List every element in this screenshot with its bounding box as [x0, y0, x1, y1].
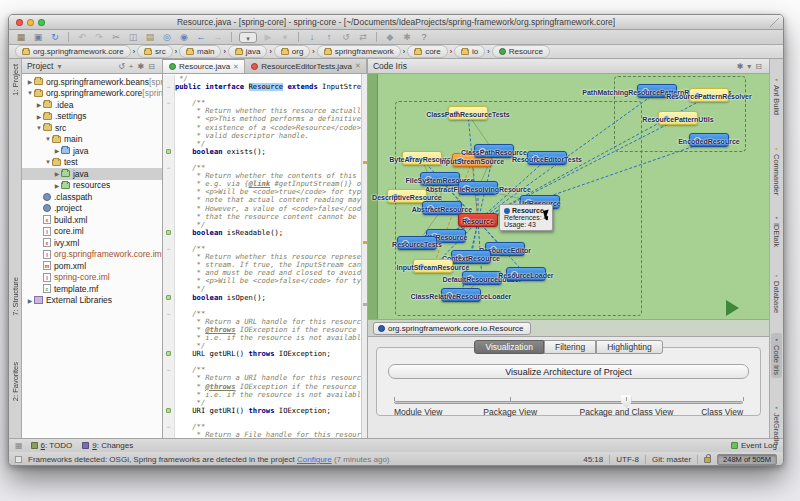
- file-encoding[interactable]: UTF-8: [616, 455, 639, 464]
- tree-item--idea[interactable]: ▶.idea: [22, 99, 162, 111]
- toolwindow-tab-code-iris[interactable]: ▪Code Iris: [771, 333, 782, 378]
- tree-item--settings[interactable]: ▶.settings: [22, 111, 162, 123]
- tab-filtering[interactable]: Filtering: [544, 340, 596, 354]
- open-icon[interactable]: ▦: [15, 32, 27, 43]
- vcs-branch-widget[interactable]: Git: master: [652, 455, 691, 464]
- tree-item-org-springframework-beans-spring-framework-[interactable]: ▶org.springframework.beans [spring-frame…: [22, 76, 162, 88]
- copy-icon[interactable]: ◫: [127, 32, 139, 43]
- graph-node-ResourceEditor[interactable]: ResourceEditor: [485, 242, 525, 256]
- stripe-mark-warning[interactable]: [363, 241, 367, 244]
- toolwindow-tab-9-changes[interactable]: 9: Changes: [82, 441, 133, 450]
- toolwindow-tab-structure[interactable]: 7: Structure: [10, 274, 21, 319]
- code-iris-header-icon[interactable]: ▾: [747, 62, 751, 71]
- graph-node-FileSystemResource[interactable]: FileSystemResource: [420, 172, 460, 186]
- tree-expand-arrow[interactable]: ▶: [26, 297, 34, 304]
- tab-visualization[interactable]: Visualization: [474, 340, 544, 354]
- close-tab-icon[interactable]: ✕: [355, 62, 361, 70]
- tree-item-src[interactable]: ▼src: [22, 122, 162, 134]
- graph-node-DescriptiveResource[interactable]: DescriptiveResource: [387, 189, 427, 203]
- tree-expand-arrow[interactable]: ▶: [53, 182, 61, 189]
- editor-error-stripe[interactable]: [361, 74, 367, 438]
- editor-tab-resource.java[interactable]: Resource.java✕: [163, 59, 245, 73]
- redo-icon[interactable]: ↷: [93, 32, 105, 43]
- breadcrumb-item-io[interactable]: io: [454, 45, 485, 58]
- graph-node-ResourcePatternResolver[interactable]: ResourcePatternResolver: [689, 88, 729, 102]
- configure-link[interactable]: Configure: [297, 455, 332, 464]
- project-header-icon[interactable]: ✱: [138, 62, 145, 71]
- tree-item-test[interactable]: ▼test: [22, 157, 162, 169]
- code-iris-header-icon[interactable]: ⊟: [755, 62, 762, 71]
- project-view-dropdown-icon[interactable]: ▾: [57, 62, 61, 71]
- project-header-icon[interactable]: +: [129, 62, 134, 71]
- tree-item-java[interactable]: ▶java: [22, 145, 162, 157]
- graph-node-DefaultResourceLoader[interactable]: DefaultResourceLoader: [462, 271, 502, 285]
- graph-node-ClassRelativeResourceLoader[interactable]: ClassRelativeResourceLoader: [441, 288, 481, 302]
- paste-icon[interactable]: ▤: [144, 32, 156, 43]
- breadcrumb-item-springframework[interactable]: springframework: [317, 45, 401, 58]
- tree-expand-arrow[interactable]: ▶: [26, 78, 34, 85]
- breadcrumb-item-main[interactable]: main: [179, 45, 221, 58]
- vcs-revert-icon[interactable]: ↺: [340, 32, 352, 43]
- save-icon[interactable]: ▣: [32, 32, 44, 43]
- breadcrumb-item-Resource[interactable]: Resource: [492, 45, 550, 58]
- tree-expand-arrow[interactable]: ▶: [53, 147, 61, 154]
- toolwindow-tab-commander[interactable]: ▪Commander: [771, 142, 782, 198]
- help-icon[interactable]: ?: [418, 32, 430, 43]
- tree-expand-arrow[interactable]: ▼: [26, 90, 34, 96]
- dependency-graph[interactable]: Resource References: 4 Usage: 43 ClassPa…: [368, 74, 769, 319]
- run-config-select[interactable]: ▾: [239, 32, 257, 43]
- graph-node-ClassPathResourceTests[interactable]: ClassPathResourceTests: [448, 106, 488, 120]
- tree-item-resources[interactable]: ▶resources: [22, 180, 162, 192]
- code-area[interactable]: */−public interface Resource extends Inp…: [163, 74, 361, 438]
- graph-node-ResourcePatternUtils[interactable]: ResourcePatternUtils: [658, 111, 698, 125]
- tree-expand-arrow[interactable]: ▼: [44, 136, 52, 142]
- graph-node-ResourceLoader[interactable]: ResourceLoader: [506, 267, 546, 281]
- graph-node-InputStreamResource[interactable]: InputStreamResource: [413, 259, 453, 273]
- graph-breadcrumb-chip[interactable]: org.springframework.core.io.Resource: [373, 322, 531, 335]
- granularity-slider[interactable]: Module ViewPackage ViewPackage and Class…: [394, 394, 743, 420]
- breadcrumb-item-java[interactable]: java: [228, 45, 268, 58]
- tree-expand-arrow[interactable]: ▶: [35, 113, 43, 120]
- tree-expand-arrow[interactable]: ▶: [53, 170, 61, 177]
- toolwindow-tab-jetgradle[interactable]: ▪JetGradle: [771, 401, 782, 449]
- graph-node-EncodedResource[interactable]: EncodedResource: [689, 133, 729, 147]
- debug-icon[interactable]: ●: [279, 32, 291, 43]
- stripe-mark-info[interactable]: [363, 303, 367, 306]
- project-header-icon[interactable]: ⊟: [148, 62, 155, 71]
- forward-icon[interactable]: →: [212, 32, 224, 43]
- diff-icon[interactable]: ⇄: [357, 32, 369, 43]
- tree-item-org-springframework-core-spring-framework-[interactable]: ▼org.springframework.core [spring-framew…: [22, 88, 162, 100]
- graph-node-ResourceTests[interactable]: ResourceTests: [397, 236, 437, 250]
- toolwindow-tab-idetalk[interactable]: ▪IDEtalk: [771, 211, 782, 250]
- back-icon[interactable]: ←: [195, 32, 207, 43]
- tree-expand-arrow[interactable]: ▶: [35, 101, 43, 108]
- vcs-update-icon[interactable]: ↓: [306, 32, 318, 43]
- graph-node-AbstractResource[interactable]: AbstractResource: [422, 201, 462, 215]
- lock-icon[interactable]: [704, 457, 711, 463]
- toolwindow-switcher-icon[interactable]: ▦: [15, 441, 23, 450]
- graph-node-ClassPathResource[interactable]: ClassPathResource: [474, 144, 514, 158]
- run-icon[interactable]: ▶: [262, 32, 274, 43]
- replace-icon[interactable]: ◉: [178, 32, 190, 43]
- tree-item-pom-xml[interactable]: mpom.xml: [22, 260, 162, 272]
- graph-node-AbstractFileResolvingResource[interactable]: AbstractFileResolvingResource: [458, 181, 498, 195]
- tree-item-spring-core-iml[interactable]: Ispring-core.iml: [22, 272, 162, 284]
- toolwindow-tab-6-todo[interactable]: 6: TODO: [31, 441, 73, 450]
- breadcrumb-item-core[interactable]: core: [407, 45, 448, 58]
- window-resize-grip[interactable]: [770, 18, 779, 27]
- tree-item--classpath[interactable]: .classpath: [22, 191, 162, 203]
- tree-item-build-xml[interactable]: xbuild.xml: [22, 214, 162, 226]
- tree-item-ivy-xml[interactable]: xivy.xml: [22, 237, 162, 249]
- tab-highlighting[interactable]: Highlighting: [596, 340, 662, 354]
- status-icon[interactable]: [15, 456, 22, 463]
- graph-node-Resource[interactable]: Resource: [458, 213, 498, 227]
- tree-item--project[interactable]: .project: [22, 203, 162, 215]
- sync-icon[interactable]: ↻: [49, 32, 61, 43]
- tree-item-core-iml[interactable]: Icore.iml: [22, 226, 162, 238]
- tree-item-java[interactable]: ▶java: [22, 168, 162, 180]
- caret-position[interactable]: 45:18: [583, 455, 603, 464]
- tree-item-main[interactable]: ▼main: [22, 134, 162, 146]
- cut-icon[interactable]: ✂: [110, 32, 122, 43]
- tree-expand-arrow[interactable]: ▼: [44, 159, 52, 165]
- find-icon[interactable]: ◎: [161, 32, 173, 43]
